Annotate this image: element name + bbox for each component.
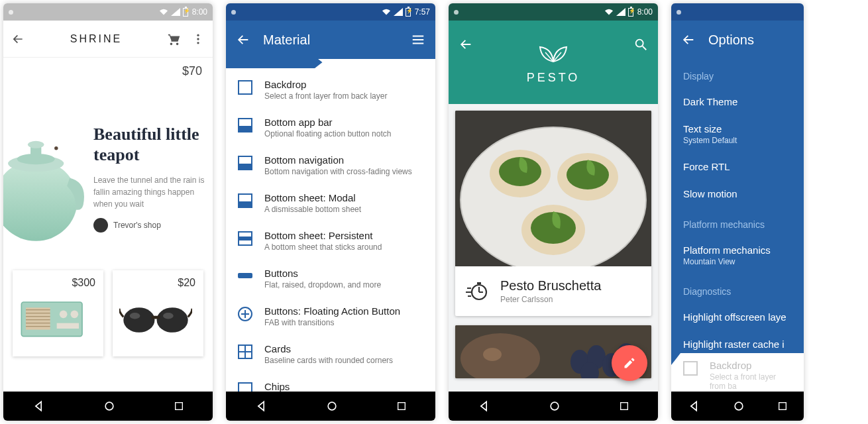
nav-home-icon[interactable] — [732, 399, 745, 413]
recipe-author: Peter Carlsson — [500, 295, 601, 304]
option-item[interactable]: Platform mechanicsMountain View — [683, 237, 792, 274]
app-bar: Options — [671, 21, 804, 59]
svg-point-18 — [71, 310, 79, 318]
list-item[interactable]: Bottom sheet: ModalA dismissable bottom … — [226, 184, 435, 222]
option-item[interactable]: Highlight offscreen laye — [683, 303, 792, 331]
back-icon[interactable] — [458, 36, 474, 52]
svg-point-7 — [28, 141, 44, 148]
app-title: SHRINE — [34, 33, 158, 45]
backdrop-front-layer-peek[interactable]: Backdrop Select a front layer from ba — [671, 353, 804, 392]
radio-image — [19, 295, 85, 342]
nav-home-icon[interactable] — [103, 399, 116, 413]
overflow-menu-icon[interactable] — [190, 31, 206, 47]
battery-icon — [183, 8, 188, 17]
back-icon[interactable] — [680, 32, 696, 48]
svg-point-29 — [636, 40, 643, 47]
svg-point-2 — [197, 42, 199, 44]
shrine-content: $70 Beautiful little teapot — [3, 58, 213, 392]
cards-icon — [238, 344, 252, 359]
status-time: 7:57 — [415, 7, 430, 17]
cart-icon[interactable] — [166, 31, 182, 47]
status-dot-icon — [454, 10, 459, 15]
nav-recent-icon[interactable] — [619, 401, 629, 411]
option-item[interactable]: Force RTL — [683, 153, 792, 180]
status-time: 8:00 — [192, 7, 207, 17]
status-dot-icon — [9, 10, 13, 15]
seller-name: Trevor's shop — [113, 221, 161, 230]
recipe-card[interactable]: Pesto Bruschetta Peter Carlsson — [455, 111, 651, 316]
nav-home-icon[interactable] — [325, 399, 339, 413]
list-item[interactable]: CardsBaseline cards with rounded corners — [226, 335, 435, 373]
hero-price: $70 — [182, 64, 202, 78]
recipe-title: Pesto Bruschetta — [500, 278, 601, 293]
option-item[interactable]: Dark Theme — [683, 88, 792, 115]
product-card-sunglasses[interactable]: $20 — [113, 270, 203, 356]
signal-icon — [171, 8, 180, 16]
app-bar: Material — [226, 21, 435, 59]
edit-icon — [623, 356, 636, 370]
list-item[interactable]: Buttons: Floating Action ButtonFAB with … — [226, 297, 435, 335]
options-screen: 8:00 Options Display Dark Theme Text siz… — [671, 3, 804, 421]
brand-name: PESTO — [527, 71, 580, 85]
status-dot-icon — [231, 10, 236, 15]
seller-row[interactable]: Trevor's shop — [93, 218, 213, 233]
product-card-radio[interactable]: $300 — [13, 270, 103, 356]
product-price: $20 — [178, 277, 195, 289]
nav-back-icon[interactable] — [254, 399, 268, 413]
shrine-screen: 8:00 SHRINE $70 — [3, 3, 213, 421]
status-bar: 8:00 — [671, 3, 804, 21]
leaves-icon — [533, 40, 573, 67]
chips-icon — [238, 382, 252, 392]
nav-back-icon[interactable] — [477, 399, 490, 413]
pesto-header: PESTO — [449, 21, 658, 104]
wifi-icon — [382, 8, 391, 16]
nav-home-icon[interactable] — [548, 399, 561, 413]
pesto-content[interactable]: Pesto Bruschetta Peter Carlsson — [449, 104, 658, 392]
svg-point-57 — [551, 402, 559, 410]
svg-point-59 — [735, 402, 743, 410]
status-bar: 8:00 — [3, 3, 213, 21]
teapot-image — [3, 124, 85, 241]
list-item[interactable]: Bottom sheet: PersistentA bottom sheet t… — [226, 222, 435, 260]
option-item[interactable]: Slow motion — [683, 180, 792, 207]
svg-point-17 — [60, 310, 68, 318]
list-item[interactable]: BackdropSelect a front layer from back l… — [226, 71, 435, 109]
avatar — [93, 218, 108, 233]
svg-rect-45 — [477, 282, 481, 284]
bottom-sheet-persistent-icon — [238, 231, 252, 246]
menu-icon[interactable] — [410, 32, 426, 48]
edit-fab[interactable] — [612, 345, 647, 381]
list-item[interactable]: ButtonsFlat, raised, dropdown, and more — [226, 260, 435, 297]
nav-recent-icon[interactable] — [777, 401, 788, 411]
nav-back-icon[interactable] — [687, 399, 700, 413]
app-title: Material — [263, 32, 310, 48]
svg-point-25 — [105, 402, 113, 410]
nav-back-icon[interactable] — [32, 399, 45, 413]
bottom-navigation-icon — [238, 156, 252, 170]
svg-point-21 — [157, 307, 188, 333]
svg-point-23 — [130, 313, 140, 319]
list-item[interactable]: Bottom app barOptional floating action b… — [226, 109, 435, 146]
wifi-icon — [159, 8, 168, 16]
option-item[interactable]: Text sizeSystem Default — [683, 115, 792, 153]
list-item[interactable]: Bottom navigationBottom navigation with … — [226, 146, 435, 184]
recipe-image — [455, 111, 651, 266]
back-icon[interactable] — [235, 32, 251, 48]
nav-recent-icon[interactable] — [396, 401, 407, 411]
fab-icon — [238, 307, 252, 321]
buttons-icon — [238, 273, 252, 278]
search-icon[interactable] — [633, 36, 649, 52]
list-item[interactable]: ChipsLabeled with delete buttons and ava… — [226, 373, 435, 392]
signal-icon — [616, 8, 625, 16]
hero-title: Beautiful little teapot — [93, 124, 213, 165]
section-header: Diagnostics — [683, 286, 792, 297]
nav-recent-icon[interactable] — [174, 401, 184, 411]
product-price: $300 — [72, 277, 95, 289]
android-navbar — [449, 392, 658, 421]
svg-point-51 — [483, 348, 502, 361]
options-list[interactable]: Display Dark Theme Text sizeSystem Defau… — [671, 59, 804, 392]
svg-point-20 — [123, 307, 154, 333]
back-icon[interactable] — [10, 31, 26, 47]
component-list[interactable]: BackdropSelect a front layer from back l… — [226, 68, 435, 392]
sunglasses-image — [119, 303, 192, 337]
